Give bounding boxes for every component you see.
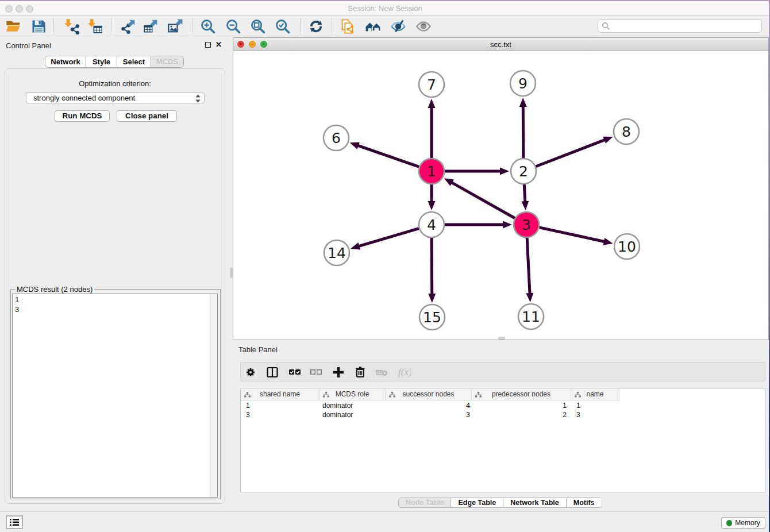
control-panel-float-icon[interactable] (205, 42, 211, 48)
mcds-result-group: MCDS result (2 nodes) 1 3 (10, 289, 221, 499)
network-canvas[interactable]: 1234678910111415 (233, 51, 768, 340)
tab-select[interactable]: Select (117, 56, 151, 67)
desktop-edge-top (0, 0, 770, 1)
zoom-in-button[interactable] (199, 18, 217, 35)
graph-node-1[interactable]: 1 (419, 159, 444, 184)
edge-4-15[interactable] (432, 238, 432, 295)
duplicate-network-button[interactable] (339, 18, 356, 35)
node-label-7: 7 (427, 76, 436, 93)
zoom-in-icon (200, 18, 216, 34)
cell-shared-name[interactable]: 1 (241, 401, 319, 410)
graph-node-2[interactable]: 2 (511, 159, 536, 184)
cell-MCDS-role[interactable]: dominator (319, 401, 386, 410)
graph-node-7[interactable]: 7 (419, 72, 444, 97)
refresh-network-button[interactable] (307, 18, 325, 35)
gear-button[interactable] (242, 364, 259, 381)
open-file-button[interactable] (5, 18, 22, 35)
mcds-result-text[interactable]: 1 3 (12, 294, 218, 498)
cell-name[interactable]: 3 (571, 410, 619, 419)
add-column-button[interactable] (330, 364, 347, 381)
save-session-icon (30, 18, 47, 34)
edge-3-11[interactable] (527, 238, 530, 295)
split-columns-button[interactable] (264, 364, 281, 381)
import-table-button[interactable] (87, 18, 104, 35)
zoom-selected-icon (275, 18, 291, 34)
select-all-button[interactable] (286, 364, 303, 381)
edge-4-14[interactable] (357, 229, 419, 247)
cell-successor-nodes[interactable]: 4 (386, 401, 472, 410)
tab-style[interactable]: Style (86, 56, 117, 67)
zoom-fit-button[interactable] (249, 18, 267, 35)
export-network-button[interactable] (120, 18, 137, 35)
zoom-out-button[interactable] (225, 18, 242, 35)
network-view-window: ✕ − + scc.txt 1234678910111415 (233, 37, 769, 340)
graph-node-14[interactable]: 14 (324, 240, 349, 265)
edge-3-1[interactable] (451, 182, 515, 218)
edge-3-10[interactable] (539, 228, 605, 242)
cell-shared-name[interactable]: 3 (241, 410, 319, 419)
tab-network[interactable]: Network (45, 56, 86, 67)
import-table-icon (87, 18, 103, 34)
select-none-button[interactable] (307, 364, 325, 381)
export-image-button[interactable] (167, 18, 184, 35)
graph-node-10[interactable]: 10 (614, 234, 640, 259)
network-window-titlebar[interactable]: ✕ − + scc.txt (233, 38, 768, 51)
column-header-successor-nodes[interactable]: successor nodes (386, 389, 472, 400)
cell-predecessor-nodes[interactable]: 1 (472, 401, 571, 410)
cell-MCDS-role[interactable]: dominator (319, 410, 386, 419)
search-input[interactable] (598, 19, 762, 33)
control-panel-tabs: NetworkStyleSelectMCDS (45, 56, 184, 68)
graph-node-15[interactable]: 15 (419, 304, 445, 330)
export-table-button[interactable] (142, 18, 159, 35)
column-header-shared-name[interactable]: shared name (241, 389, 319, 400)
svg-text:f(x): f(x) (398, 367, 411, 377)
delete-column-button[interactable] (352, 364, 369, 381)
birds-eye-view-button[interactable] (415, 18, 432, 35)
graph-node-11[interactable]: 11 (518, 304, 544, 329)
mcds-result-scrollbar[interactable] (210, 294, 217, 497)
cell-successor-nodes[interactable]: 3 (386, 410, 472, 419)
control-panel-title: Control Panel (6, 41, 51, 50)
tab-motifs[interactable]: Motifs (566, 498, 602, 507)
edge-1-6[interactable] (357, 145, 419, 167)
edge-2-9[interactable] (523, 105, 523, 158)
edge-2-3[interactable] (524, 184, 525, 203)
birds-eye-view-icon (415, 18, 432, 34)
graph-node-6[interactable]: 6 (324, 125, 349, 151)
mcds-panel: Optimization criterion: strongly connect… (5, 68, 225, 504)
graph-node-3[interactable]: 3 (514, 212, 539, 237)
column-header-MCDS-role[interactable]: MCDS role (319, 389, 386, 400)
graph-node-8[interactable]: 8 (614, 119, 639, 144)
table-row-3[interactable]: 3dominator323 (241, 410, 618, 419)
canvas-scrollbar-handle[interactable] (498, 337, 505, 340)
control-panel-close-icon[interactable]: ✕ (215, 42, 222, 48)
edge-arrowhead-1-7 (428, 99, 436, 108)
criterion-dropdown[interactable]: strongly connected component (26, 92, 205, 103)
cell-name[interactable]: 1 (571, 401, 619, 410)
tab-edge-table[interactable]: Edge Table (451, 498, 503, 507)
edge-2-8[interactable] (536, 140, 606, 167)
save-session-button[interactable] (30, 18, 47, 35)
cell-predecessor-nodes[interactable]: 2 (472, 410, 571, 419)
graphics-details-button[interactable] (390, 18, 407, 35)
zoom-selected-button[interactable] (274, 18, 291, 35)
column-header-predecessor-nodes[interactable]: predecessor nodes (472, 389, 571, 400)
run-mcds-button[interactable]: Run MCDS (55, 110, 110, 122)
tab-network-table[interactable]: Network Table (503, 498, 566, 507)
toolbar-separator (111, 18, 111, 34)
column-edit-icon (475, 392, 482, 398)
tab-mcds[interactable]: MCDS (151, 56, 183, 67)
tab-node-table[interactable]: Node Table (399, 498, 451, 507)
table-panel-tabs: Node TableEdge TableNetwork TableMotifs (398, 498, 602, 508)
memory-button[interactable]: Memory (721, 517, 765, 529)
close-panel-button[interactable]: Close panel (117, 110, 177, 122)
graph-node-9[interactable]: 9 (510, 71, 536, 96)
toolbar-separator (53, 18, 54, 34)
task-history-button[interactable] (6, 515, 23, 529)
graph-node-4[interactable]: 4 (419, 212, 444, 237)
table-row-1[interactable]: 1dominator411 (241, 401, 618, 410)
home-view-button[interactable] (365, 18, 382, 35)
import-network-button[interactable] (63, 18, 80, 35)
column-header-name[interactable]: name (571, 389, 619, 400)
memory-label: Memory (735, 519, 760, 527)
